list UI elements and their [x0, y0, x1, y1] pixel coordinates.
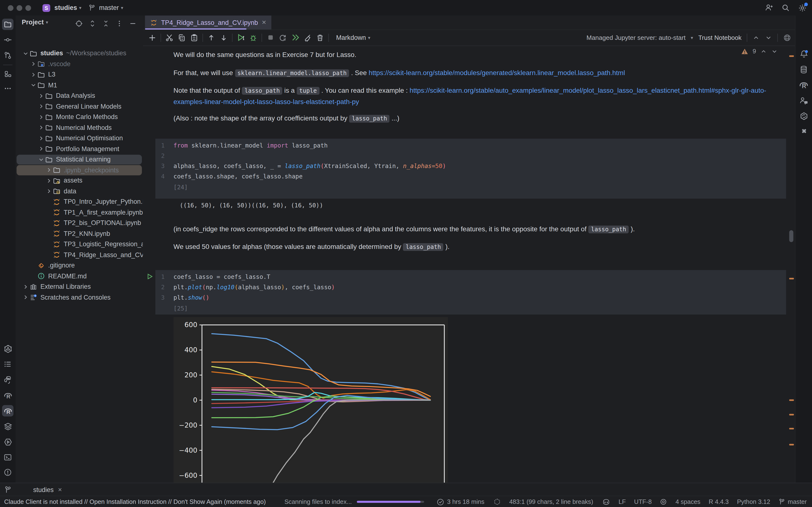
services-tool-icon[interactable]	[2, 436, 13, 447]
markdown-paragraph[interactable]: For that, we will use sklearn.linear_mod…	[173, 67, 783, 79]
project-tool-icon[interactable]	[2, 18, 13, 30]
markdown-paragraph[interactable]: (Also : note the shape of the array of c…	[173, 113, 783, 124]
tree-item-scratches-and-consoles[interactable]: Scratches and Consoles	[15, 292, 143, 303]
tree-item-l3[interactable]: L3	[15, 69, 143, 80]
chevron-down-icon[interactable]	[37, 156, 45, 163]
paste-cell-button[interactable]	[188, 32, 200, 44]
window-zoom-button[interactable]	[26, 5, 31, 11]
error-stripe-mark[interactable]	[789, 278, 794, 279]
search-icon[interactable]	[781, 4, 790, 12]
r-tools-tool-icon-active[interactable]: R	[2, 405, 13, 416]
prev-cell-icon[interactable]	[753, 34, 760, 41]
tree-item-tp0-intro-jupyter-python-ip[interactable]: TP0_Intro_Jupyter_Python.ip	[15, 196, 143, 207]
chevron-right-icon[interactable]	[30, 60, 37, 68]
debug-cell-button[interactable]	[247, 32, 259, 44]
locate-file-icon[interactable]	[75, 19, 83, 27]
run-cell-button[interactable]	[235, 32, 247, 44]
caret-position[interactable]: 483:1 (99 chars, 2 line breaks)	[509, 498, 593, 506]
code-line[interactable]: from sklearn.linear_model import lasso_p…	[173, 140, 328, 151]
code-line[interactable]: alphas_lasso, coefs_lasso, _ = lasso_pat…	[173, 161, 446, 171]
window-close-button[interactable]	[8, 5, 13, 11]
hide-panel-icon[interactable]	[129, 19, 137, 27]
collapse-all-icon[interactable]	[102, 19, 110, 27]
restart-kernel-button[interactable]	[276, 32, 289, 44]
file-encoding[interactable]: UTF-8	[634, 498, 652, 506]
problems-tool-icon[interactable]	[2, 467, 13, 478]
chevron-right-icon[interactable]	[30, 71, 37, 78]
expand-all-icon[interactable]	[89, 19, 96, 27]
tree-item-portfolio-management[interactable]: Portfolio Management	[15, 144, 143, 154]
tree-item--gitignore[interactable]: .gitignore	[15, 260, 143, 271]
python-packages-tool-icon[interactable]	[2, 374, 13, 385]
tree-item-tp2-knn-ipynb[interactable]: TP2_KNN.ipynb	[15, 228, 143, 239]
error-stripe-mark[interactable]	[789, 444, 794, 445]
move-cell-up-button[interactable]	[205, 32, 217, 44]
cran-packages-tool-icon[interactable]: R	[798, 79, 809, 91]
project-switcher[interactable]: studies	[54, 4, 77, 11]
markdown-paragraph[interactable]: We will do the same questions as in Exer…	[173, 49, 783, 60]
cut-cell-button[interactable]	[163, 32, 175, 44]
error-stripe-mark[interactable]	[789, 55, 794, 57]
code-with-me-tool-icon[interactable]	[798, 95, 809, 106]
line-separator[interactable]: LF	[619, 498, 626, 506]
stop-kernel-button[interactable]	[264, 32, 276, 44]
commit-tool-icon[interactable]	[2, 34, 13, 45]
run-all-cells-button[interactable]	[289, 32, 301, 44]
session-time[interactable]: 3 hrs 18 mins	[437, 498, 484, 506]
chevron-right-icon[interactable]	[45, 166, 52, 174]
project-panel-title[interactable]: Project	[22, 18, 44, 26]
tool-window-tab-studies[interactable]: studies ✕	[33, 486, 62, 493]
tree-item-assets[interactable]: assets	[15, 175, 143, 186]
error-stripe-mark[interactable]	[789, 399, 794, 401]
chevron-right-icon[interactable]	[37, 135, 45, 142]
database-tool-icon[interactable]	[798, 64, 809, 75]
git-branch-widget[interactable]: master	[778, 498, 807, 506]
branch-switcher[interactable]: master	[99, 4, 119, 11]
todo-tool-icon[interactable]	[2, 358, 13, 370]
chevron-down-icon[interactable]	[22, 50, 29, 57]
copilot-icon[interactable]	[603, 498, 610, 506]
status-message[interactable]: Claude Client is not installed // Open I…	[4, 498, 266, 506]
tree-item-tp4-ridge-lasso-and-cv-ip[interactable]: TP4_Ridge_Lasso_and_CV.ip	[15, 249, 143, 260]
tree-item--ipynb-checkpoints[interactable]: .ipynb_checkpoints	[15, 165, 143, 175]
tree-item-m1[interactable]: M1	[15, 80, 143, 91]
code-line[interactable]: plt.plot(np.log10(alphas_lasso), coefs_l…	[173, 282, 335, 292]
tree-item-statistical-learning[interactable]: Statistical Learning	[15, 154, 143, 165]
tree-item-tp3-logistic-regression-ar[interactable]: TP3_Logistic_Regression_ar	[15, 239, 143, 249]
markdown-paragraph[interactable]: We used 50 values for alphas (those valu…	[173, 241, 783, 252]
globe-icon[interactable]	[783, 33, 791, 42]
structure-tool-icon[interactable]	[2, 68, 13, 80]
chevron-right-icon[interactable]	[22, 283, 29, 290]
delete-cell-button[interactable]	[314, 32, 326, 44]
chevron-right-icon[interactable]	[45, 187, 52, 195]
cell-type-dropdown[interactable]: Markdown ▾	[336, 34, 370, 41]
error-stripe-mark[interactable]	[789, 428, 794, 429]
close-icon[interactable]: ✕	[262, 19, 266, 26]
tree-item--vscode[interactable]: .vscode	[15, 59, 143, 69]
chevron-right-icon[interactable]	[37, 113, 45, 121]
r-interpreter[interactable]: R 4.4.3	[709, 498, 729, 506]
layers-tool-icon[interactable]	[2, 420, 13, 432]
code-line[interactable]: plt.show()	[173, 292, 209, 303]
run-cell-gutter-icon[interactable]	[146, 273, 153, 280]
window-minimize-button[interactable]	[17, 5, 22, 11]
tree-item-monte-carlo-methods[interactable]: Monte Carlo Methods	[15, 112, 143, 122]
more-tools-icon[interactable]	[2, 83, 13, 94]
editor-scrollbar[interactable]	[789, 230, 794, 242]
r-console-tool-icon[interactable]: R	[2, 390, 13, 401]
code-line[interactable]: coefs_lasso.shape, coefs_lasso.shape	[173, 171, 303, 181]
markdown-paragraph[interactable]: (in coefs_ridge the rows corresponded to…	[173, 224, 783, 235]
chevron-right-icon[interactable]	[22, 294, 29, 301]
tree-item-general-linear-models[interactable]: General Linear Models	[15, 101, 143, 112]
add-user-icon[interactable]	[765, 4, 773, 12]
indent-setting[interactable]: 4 spaces	[675, 498, 700, 506]
tree-item-readme-md[interactable]: README.md	[15, 271, 143, 282]
tree-item-numerical-methods[interactable]: Numerical Methods	[15, 122, 143, 133]
add-cell-button[interactable]	[146, 32, 158, 44]
dependencies-tool-icon[interactable]	[798, 126, 809, 137]
clear-outputs-button[interactable]	[301, 32, 314, 44]
python-interpreter[interactable]: Python 3.12	[737, 498, 770, 506]
ai-assistant-tool-icon[interactable]	[2, 343, 13, 354]
chevron-down-icon[interactable]	[30, 81, 37, 89]
chevron-right-icon[interactable]	[37, 92, 45, 100]
